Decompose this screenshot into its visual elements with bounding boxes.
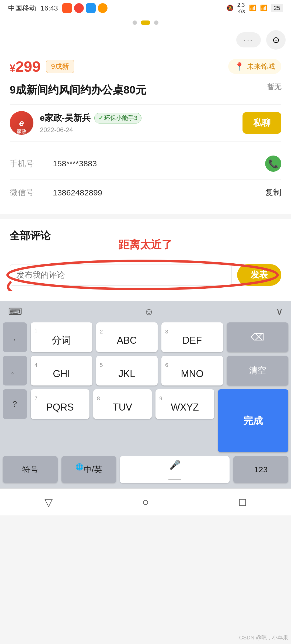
recents-icon: □ <box>239 496 246 508</box>
home-icon: ○ <box>142 496 149 508</box>
keyboard-toolbar: ⌨ ☺ ∨ <box>0 301 291 322</box>
back-button[interactable]: ▽ <box>38 491 59 513</box>
mic-icon: 🎤 <box>169 459 181 470</box>
keyboard: ， 1 分词 2 ABC 3 DEF ⌫ 。 4 GHI 5 JKL <box>0 322 291 488</box>
copy-button[interactable]: 复制 <box>265 187 281 198</box>
lang-switch-key[interactable]: 🌐 中/英 <box>61 456 116 483</box>
done-label: 完成 <box>243 414 263 428</box>
question-symbol: ？ <box>11 399 19 410</box>
period-symbol: 。 <box>11 365 19 376</box>
key-1-fenci[interactable]: 1 分词 <box>31 322 92 352</box>
comma-key[interactable]: ， <box>3 322 27 352</box>
key-7-pqrs[interactable]: 7 PQRS <box>31 389 89 419</box>
clock-icon: 🔕 <box>226 5 234 12</box>
keyboard-row-4: 符号 🌐 中/英 🎤 ___ 123 <box>3 456 288 483</box>
keyboard-icon[interactable]: ⌨ <box>8 306 22 317</box>
currency-symbol: ¥ <box>10 63 15 74</box>
dot-3 <box>154 20 158 25</box>
condition-badge: 9成新 <box>46 60 74 73</box>
numbers-label: 123 <box>254 465 268 474</box>
period-key[interactable]: 。 <box>3 356 27 385</box>
seller-avatar: e 家政 <box>10 111 33 135</box>
dot-1 <box>133 20 137 25</box>
divider-1 <box>10 104 281 105</box>
clear-key[interactable]: 清空 <box>227 356 289 385</box>
section-gap <box>0 214 291 219</box>
seller-row: e 家政 e家政-吴新兵 环保小能手3 2022-06-24 私聊 <box>10 111 281 135</box>
key-3-def[interactable]: 3 DEF <box>161 322 223 352</box>
page-dots <box>0 16 291 27</box>
keyboard-row-1: ， 1 分词 2 ABC 3 DEF ⌫ <box>3 322 288 352</box>
camera-button[interactable]: ⊙ <box>266 30 286 50</box>
product-title: 9成新间约风间约办公桌80元 暂无 <box>10 82 281 98</box>
product-card: ¥299 9成新 📍 未来锦城 9成新间约风间约办公桌80元 暂无 e 家政 e… <box>0 52 291 214</box>
delete-key[interactable]: ⌫ <box>227 322 289 352</box>
key-5-jkl[interactable]: 5 JKL <box>96 356 158 385</box>
location-tag: 📍 未来锦城 <box>228 59 281 74</box>
key-8-tuv[interactable]: 8 TUV <box>93 389 152 419</box>
lang-label: 中/英 <box>84 464 102 475</box>
clear-label: 清空 <box>249 365 266 377</box>
top-actions-bar: ··· ⊙ <box>0 27 291 52</box>
back-icon: ▽ <box>44 496 53 508</box>
submit-comment-button[interactable]: 发表 <box>237 264 281 286</box>
wechat-row: 微信号 13862482899 复制 <box>10 180 281 206</box>
backspace-icon: ⌫ <box>251 332 264 343</box>
network-speed: 2.3K/s <box>237 2 245 15</box>
location-pin-icon: 📍 <box>235 62 244 71</box>
comma-symbol: ， <box>11 332 19 343</box>
price-row: ¥299 9成新 📍 未来锦城 <box>10 58 281 75</box>
done-key[interactable]: 完成 <box>218 389 288 452</box>
key-9-wxyz[interactable]: 9 WXYZ <box>155 389 214 419</box>
watermark: CSDN @嗯，小苹果 <box>239 634 288 641</box>
symbol-key[interactable]: 符号 <box>3 456 58 483</box>
collapse-keyboard-icon[interactable]: ∨ <box>276 306 283 317</box>
status-bar: 中国移动 16:43 🔕 2.3K/s 📶 📶 25 <box>0 0 291 16</box>
call-button[interactable]: 📞 <box>265 156 281 172</box>
lang-icon: 🌐 <box>75 463 84 471</box>
key-6-mno[interactable]: 6 MNO <box>161 356 223 385</box>
bottom-nav: ▽ ○ □ <box>0 488 291 515</box>
recents-button[interactable]: □ <box>232 491 253 513</box>
annotation-text: 距离太近了 <box>119 237 172 252</box>
keyboard-row-2: 。 4 GHI 5 JKL 6 MNO 清空 <box>3 356 288 385</box>
chat-button[interactable]: 私聊 <box>242 112 281 134</box>
app-icons <box>62 3 108 13</box>
wifi-icon: 📶 <box>249 5 256 12</box>
emoji-icon[interactable]: ☺ <box>144 306 154 317</box>
mic-area: 🎤 ___ <box>168 459 181 480</box>
keyboard-row-3: ？ 7 PQRS 8 TUV 9 WXYZ 完成 <box>3 389 288 452</box>
signal-icon: 📶 <box>260 5 267 12</box>
camera-icon: ⊙ <box>272 35 280 45</box>
eco-badge: 环保小能手3 <box>94 113 141 123</box>
comment-input[interactable] <box>10 264 232 286</box>
seller-name-row: e家政-吴新兵 环保小能手3 <box>40 112 236 124</box>
carrier-label: 中国移动 <box>8 4 36 13</box>
battery-label: 25 <box>271 4 283 12</box>
dot-2 <box>141 20 150 25</box>
product-price: ¥299 <box>10 58 41 75</box>
space-key[interactable]: 🎤 ___ <box>120 456 230 483</box>
more-button[interactable]: ··· <box>236 32 261 47</box>
phone-icon: 📞 <box>268 159 278 168</box>
time-label: 16:43 <box>40 4 58 12</box>
question-key[interactable]: ？ <box>3 389 27 419</box>
numbers-key[interactable]: 123 <box>233 456 288 483</box>
comment-input-area: 发表 <box>10 264 281 286</box>
key-4-ghi[interactable]: 4 GHI <box>31 356 92 385</box>
symbol-label: 符号 <box>22 464 38 475</box>
key-2-abc[interactable]: 2 ABC <box>96 322 158 352</box>
seller-info: e家政-吴新兵 环保小能手3 2022-06-24 <box>40 112 236 134</box>
home-button[interactable]: ○ <box>135 491 156 513</box>
seller-date: 2022-06-24 <box>40 126 236 134</box>
phone-row: 手机号 158****3883 📞 <box>10 148 281 180</box>
divider-2 <box>10 141 281 142</box>
comments-section: 全部评论 距离太近了 发表 <box>0 219 291 301</box>
comment-input-row: 发表 <box>10 264 281 286</box>
